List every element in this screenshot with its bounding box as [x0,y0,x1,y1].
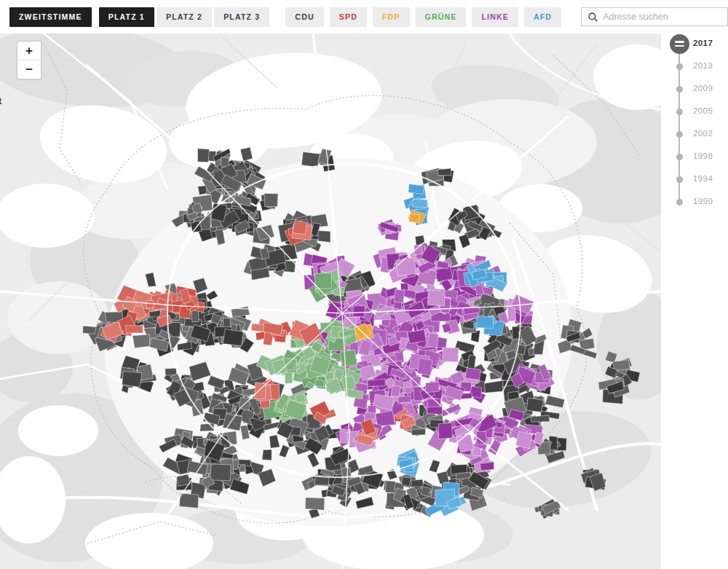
timeline-year-label[interactable]: 2017 [693,39,713,47]
timeline-active-marker[interactable] [670,34,689,54]
equals-icon-bar [675,45,684,47]
platz-button-3[interactable]: PLATZ 3 [214,7,269,27]
election-map[interactable] [0,34,661,569]
timeline-dot[interactable] [676,199,683,205]
map-container[interactable]: t + − [0,34,661,569]
search-icon [588,12,598,22]
zoom-out-button[interactable]: − [17,60,41,79]
party-button-cdu[interactable]: CDU [285,7,323,27]
zoom-in-button[interactable]: + [17,42,41,60]
party-button-grune[interactable]: GRÜNE [416,7,467,27]
party-button-fdp[interactable]: FDP [373,7,410,27]
equals-icon-bar [675,41,684,43]
timeline-dot[interactable] [676,63,683,70]
search-input[interactable] [603,12,721,22]
party-button-afd[interactable]: AFD [524,7,561,27]
zweitstimme-button[interactable]: ZWEITSTIMME [9,7,92,27]
timeline-dot[interactable] [676,176,683,183]
map-edge-label: t [0,96,1,106]
party-button-group: CDUSPDFDPGRÜNELINKEAFD [285,7,561,27]
timeline-year-label[interactable]: 1994 [693,174,713,183]
platz-button-1[interactable]: PLATZ 1 [99,7,154,27]
party-button-linke[interactable]: LINKE [472,7,518,27]
timeline-year-label[interactable]: 2013 [693,61,713,70]
party-button-spd[interactable]: SPD [330,7,367,27]
search-box[interactable] [581,7,728,26]
map-zoom-control: + − [17,41,41,79]
platz-button-2[interactable]: PLATZ 2 [157,7,212,27]
timeline-year-label[interactable]: 1990 [693,197,713,205]
timeline-year-label[interactable]: 2005 [693,106,713,115]
timeline-year-label[interactable]: 2002 [693,129,713,138]
timeline-dot[interactable] [676,131,683,138]
timeline-dot[interactable] [676,109,683,115]
timeline-dot[interactable] [676,86,683,93]
timeline-year-label[interactable]: 1998 [693,152,713,160]
timeline-year-label[interactable]: 2009 [693,84,713,93]
timeline-dot[interactable] [676,154,683,160]
year-timeline: 20172013200920052002199819941990 [661,34,728,569]
platz-button-group: PLATZ 1PLATZ 2PLATZ 3 [99,7,270,27]
toolbar: ZWEITSTIMME PLATZ 1PLATZ 2PLATZ 3 CDUSPD… [0,0,728,34]
